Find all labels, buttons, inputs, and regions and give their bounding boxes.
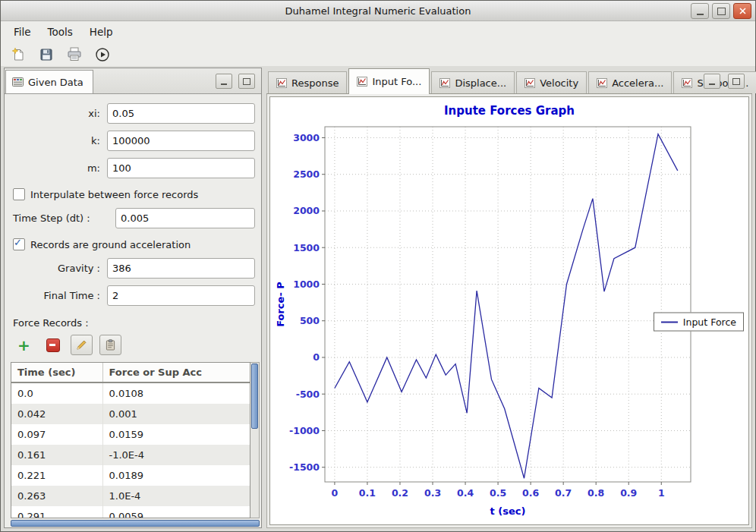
table-cell: 0.0	[11, 382, 102, 404]
table-cell: -1.0E-4	[102, 445, 250, 465]
window-maximize-button[interactable]	[712, 3, 730, 19]
svg-text:0.6: 0.6	[522, 487, 539, 499]
m-label: m:	[5, 162, 107, 174]
svg-text:-1500: -1500	[289, 461, 320, 473]
paste-record-button[interactable]	[99, 335, 121, 355]
tab-accelera[interactable]: Accelera...	[588, 71, 672, 93]
svg-text:0: 0	[332, 487, 339, 499]
clipboard-icon	[106, 339, 115, 351]
maximize-icon	[243, 78, 250, 85]
table-row[interactable]: 0.2631.0E-4	[11, 486, 250, 506]
results-minimize-button[interactable]	[704, 74, 720, 89]
window-minimize-button[interactable]	[691, 3, 709, 19]
svg-text:1000: 1000	[293, 279, 320, 290]
k-input[interactable]	[107, 131, 255, 151]
run-button[interactable]	[92, 44, 113, 65]
window-close-button[interactable]	[733, 3, 751, 19]
menu-file[interactable]: File	[5, 22, 39, 42]
table-row[interactable]: 0.161-1.0E-4	[11, 445, 250, 465]
maximize-icon	[732, 78, 740, 85]
svg-text:2000: 2000	[293, 205, 320, 216]
results-tab-bar: ResponseInput Fo...Displace...VelocityAc…	[266, 68, 752, 94]
menu-tools[interactable]: Tools	[39, 22, 81, 42]
table-cell: 1.0E-4	[102, 486, 250, 506]
menu-help[interactable]: Help	[81, 22, 121, 42]
new-file-button[interactable]	[8, 44, 29, 65]
table-row[interactable]: 0.2210.0189	[11, 465, 250, 486]
svg-text:1500: 1500	[293, 242, 320, 253]
table-cell: 0.221	[11, 465, 102, 486]
records-toolbar: +	[13, 335, 261, 355]
ground-accel-label: Records are ground acceleration	[30, 239, 191, 250]
table-cell: 0.0108	[102, 382, 250, 404]
svg-text:0.9: 0.9	[620, 487, 637, 499]
tab-velocity[interactable]: Velocity	[516, 71, 587, 93]
column-header-force[interactable]: Force or Sup Acc	[102, 363, 250, 382]
tab-displace[interactable]: Displace...	[431, 71, 515, 93]
window-title: Duhamel Integral Numeric Evaluation	[1, 5, 755, 17]
gravity-input[interactable]	[107, 258, 255, 279]
tab-inputfo[interactable]: Input Fo...	[348, 68, 430, 94]
given-data-icon	[12, 77, 24, 87]
interpolate-check-row: Interpulate between force records	[13, 188, 261, 200]
force-table-zone: Time (sec) Force or Sup Acc 0.00.01080.0…	[11, 362, 260, 518]
table-cell: 0.263	[11, 486, 102, 506]
results-maximize-button[interactable]	[728, 74, 745, 89]
chart-panel: Inpute Forces Graph -1500-1000-500050010…	[269, 96, 749, 525]
given-data-body: xi: k: m: Interpulate between force reco…	[5, 94, 261, 527]
minus-icon	[46, 338, 60, 352]
gravity-label: Gravity :	[5, 263, 107, 274]
table-row[interactable]: 0.0420.001	[11, 404, 250, 424]
tab-label: Input Fo...	[372, 76, 421, 87]
given-data-frame-controls	[216, 74, 255, 89]
given-data-minimize-button[interactable]	[216, 74, 232, 89]
tab-strip: ResponseInput Fo...Displace...VelocityAc…	[268, 68, 756, 93]
xi-input[interactable]	[107, 103, 255, 124]
column-header-time[interactable]: Time (sec)	[11, 363, 102, 382]
window-controls	[691, 3, 751, 19]
table-cell: 0.0159	[102, 424, 250, 445]
ground-accel-checkbox[interactable]	[13, 238, 25, 250]
table-row[interactable]: 0.00.0108	[11, 382, 250, 404]
chart-title: Inpute Forces Graph	[270, 97, 748, 119]
table-cell: 0.097	[11, 424, 102, 445]
save-icon	[39, 48, 53, 61]
table-cell: 0.0059	[102, 506, 250, 518]
save-button[interactable]	[36, 44, 57, 65]
given-data-tab[interactable]: Given Data	[5, 70, 93, 93]
tab-response[interactable]: Response	[268, 71, 347, 93]
table-cell: 0.042	[11, 404, 102, 424]
given-data-maximize-button[interactable]	[238, 74, 255, 89]
svg-text:0.3: 0.3	[424, 487, 441, 499]
results-frame: ResponseInput Fo...Displace...VelocityAc…	[266, 68, 752, 528]
edit-record-button[interactable]	[71, 335, 93, 355]
table-vertical-scrollbar[interactable]	[250, 362, 260, 518]
table-row[interactable]: 0.2910.0059	[11, 506, 250, 518]
force-table-body: 0.00.01080.0420.0010.0970.01590.161-1.0E…	[11, 382, 250, 518]
print-icon	[67, 47, 82, 61]
force-table: Time (sec) Force or Sup Acc 0.00.01080.0…	[11, 362, 250, 518]
m-input[interactable]	[107, 158, 255, 178]
dt-input[interactable]	[115, 208, 255, 228]
main-content: Given Data xi: k: m:	[1, 66, 755, 531]
svg-text:-500: -500	[296, 389, 320, 400]
mini-chart-icon	[682, 78, 692, 88]
table-cell: 0.0189	[102, 465, 250, 486]
final-time-input[interactable]	[107, 285, 255, 306]
table-row[interactable]: 0.0970.0159	[11, 424, 250, 445]
add-record-button[interactable]: +	[13, 335, 35, 355]
mini-chart-icon	[439, 78, 450, 88]
menubar: File Tools Help	[1, 21, 755, 42]
interpolate-checkbox[interactable]	[13, 188, 25, 200]
ground-accel-check-row: Records are ground acceleration	[13, 238, 261, 250]
print-button[interactable]	[64, 44, 85, 65]
close-icon	[739, 8, 746, 14]
main-toolbar	[1, 42, 755, 66]
scrollbar-thumb[interactable]	[11, 520, 260, 527]
remove-record-button[interactable]	[42, 335, 64, 355]
given-data-tab-label: Given Data	[28, 77, 83, 88]
table-horizontal-scrollbar[interactable]	[11, 520, 260, 527]
svg-text:3000: 3000	[293, 132, 320, 143]
minimize-icon	[221, 83, 227, 85]
scrollbar-thumb[interactable]	[251, 364, 258, 429]
